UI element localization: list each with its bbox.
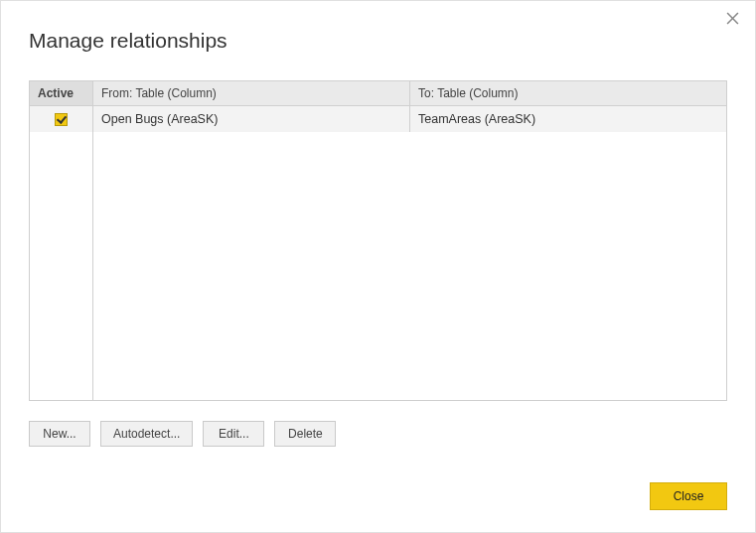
relationships-table: Active From: Table (Column) To: Table (C…	[29, 80, 727, 401]
active-checkbox-cell	[30, 106, 92, 132]
dialog-footer: Close	[29, 447, 727, 510]
close-button[interactable]: Close	[650, 482, 727, 510]
data-columns-body: Open Bugs (AreaSK) TeamAreas (AreaSK)	[93, 106, 726, 400]
table-header-row: Active From: Table (Column) To: Table (C…	[30, 81, 726, 106]
delete-button[interactable]: Delete	[274, 421, 336, 447]
autodetect-button[interactable]: Autodetect...	[100, 421, 193, 447]
manage-relationships-dialog: Manage relationships Active From: Table …	[1, 1, 755, 532]
column-header-active[interactable]: Active	[30, 81, 93, 105]
column-header-from[interactable]: From: Table (Column)	[93, 81, 410, 105]
dialog-title: Manage relationships	[29, 29, 727, 53]
table-body: Open Bugs (AreaSK) TeamAreas (AreaSK)	[30, 106, 726, 400]
column-header-to[interactable]: To: Table (Column)	[410, 81, 726, 105]
new-button[interactable]: New...	[29, 421, 90, 447]
to-cell: TeamAreas (AreaSK)	[410, 106, 726, 132]
close-icon[interactable]	[723, 11, 741, 29]
table-row[interactable]: Open Bugs (AreaSK) TeamAreas (AreaSK)	[93, 106, 726, 132]
active-column-body	[30, 106, 93, 400]
action-buttons: New... Autodetect... Edit... Delete	[29, 421, 727, 447]
edit-button[interactable]: Edit...	[203, 421, 264, 447]
from-cell: Open Bugs (AreaSK)	[93, 106, 410, 132]
active-checkbox[interactable]	[55, 113, 68, 126]
